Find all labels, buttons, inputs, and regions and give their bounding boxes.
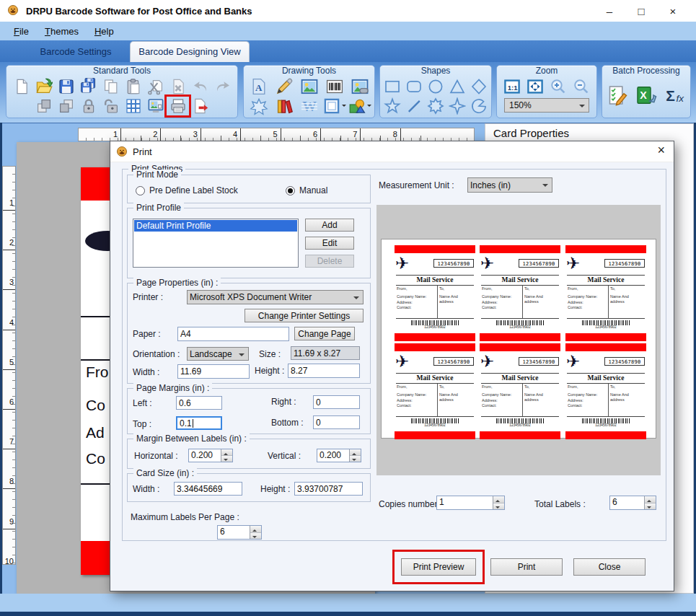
chevron-down-icon[interactable]: [367, 105, 371, 109]
spin-down-icon[interactable]: [250, 533, 261, 540]
spin-down-icon[interactable]: [645, 503, 656, 510]
rounded-rectangle-icon[interactable]: [403, 77, 425, 96]
paste-icon[interactable]: [122, 77, 144, 96]
watermark-icon[interactable]: W: [296, 97, 322, 115]
print-profile-list[interactable]: Default Print Profile: [133, 219, 299, 268]
page-setup-icon[interactable]: [144, 97, 167, 115]
margin-top-field[interactable]: 0.1: [176, 416, 222, 430]
spin-down-icon[interactable]: [221, 456, 232, 462]
exit-icon[interactable]: [189, 97, 211, 115]
save-all-icon[interactable]: [77, 77, 100, 96]
card-width-field[interactable]: 3.34645669: [174, 482, 242, 496]
books-icon[interactable]: [271, 97, 296, 115]
card-text-fragment: Co: [86, 397, 105, 414]
delete-icon[interactable]: [167, 77, 189, 96]
arc-icon[interactable]: [468, 97, 490, 115]
redo-icon[interactable]: [211, 77, 234, 96]
margin-left-field[interactable]: 0.6: [176, 396, 222, 410]
menu-file[interactable]: File: [6, 26, 37, 37]
measurement-unit-select[interactable]: Inches (in): [467, 177, 552, 193]
horizontal-spinner[interactable]: 0.200: [188, 449, 233, 462]
add-button[interactable]: Add: [305, 219, 354, 232]
max-labels-spinner[interactable]: 6: [217, 525, 262, 540]
one-to-one-icon[interactable]: 1:1: [501, 77, 524, 96]
print-preview-button[interactable]: Print Preview: [401, 558, 476, 576]
predefine-label-stock-radio[interactable]: [136, 186, 145, 195]
formula-icon[interactable]: Σfx: [661, 86, 690, 105]
margin-right-field[interactable]: 0: [313, 395, 360, 409]
spin-up-icon[interactable]: [221, 449, 232, 456]
pencil-icon[interactable]: [271, 77, 296, 96]
edit-button[interactable]: Edit: [305, 237, 354, 250]
diamond-icon[interactable]: [468, 77, 490, 96]
save-icon[interactable]: [55, 77, 77, 96]
margin-bottom-field[interactable]: 0: [313, 415, 360, 429]
menu-help[interactable]: Help: [87, 26, 122, 37]
spin-up-icon[interactable]: [250, 526, 261, 533]
tab-barcode-designing-view[interactable]: Barcode Designing View: [130, 41, 250, 62]
dialog-close-icon[interactable]: ×: [657, 143, 665, 158]
print-profile-item[interactable]: Default Print Profile: [134, 220, 297, 232]
custom-shape-icon[interactable]: [246, 97, 271, 115]
label-red-bar: [480, 343, 560, 351]
clipart-icon[interactable]: [347, 97, 372, 115]
star-icon[interactable]: [382, 97, 403, 115]
chevron-down-icon[interactable]: [342, 105, 346, 109]
max-labels-label: Maximum Labels Per Page :: [131, 512, 239, 522]
new-icon[interactable]: [10, 77, 32, 96]
copies-spinner[interactable]: 1: [436, 496, 505, 510]
open-icon[interactable]: [32, 77, 55, 96]
tab-barcode-settings[interactable]: Barcode Settings: [22, 42, 130, 61]
close-button[interactable]: ×: [657, 0, 689, 22]
maximize-button[interactable]: □: [625, 0, 657, 22]
paper-field[interactable]: A4: [177, 327, 289, 341]
mail-label: ✈1234567890Mail ServiceFrom,Company Name…: [395, 245, 475, 341]
change-page-button[interactable]: Change Page: [294, 327, 355, 340]
cut-icon[interactable]: [144, 77, 167, 96]
picture-icon[interactable]: [296, 77, 322, 96]
zoom-in-icon[interactable]: [547, 77, 570, 96]
minimize-button[interactable]: –: [594, 0, 625, 22]
spin-up-icon[interactable]: [493, 496, 504, 503]
print-icon[interactable]: [167, 97, 189, 115]
undo-icon[interactable]: [189, 77, 211, 96]
spin-down-icon[interactable]: [350, 456, 361, 462]
barcode-icon[interactable]: [322, 77, 347, 96]
ellipse-icon[interactable]: [425, 77, 446, 96]
lock-icon[interactable]: [77, 97, 100, 115]
line-icon[interactable]: [403, 97, 425, 115]
excel-import-icon[interactable]: X: [632, 86, 661, 105]
frame-icon[interactable]: [322, 97, 347, 115]
menu-themes[interactable]: Themes: [37, 26, 87, 37]
fit-page-icon[interactable]: [524, 77, 547, 96]
spin-up-icon[interactable]: [645, 496, 656, 503]
manual-radio[interactable]: [286, 186, 295, 195]
change-printer-settings-button[interactable]: Change Printer Settings: [245, 309, 364, 322]
vertical-spinner[interactable]: 0.200: [317, 449, 361, 462]
send-to-back-icon[interactable]: [55, 97, 77, 115]
text-icon[interactable]: A: [246, 77, 271, 96]
rectangle-icon[interactable]: [382, 77, 403, 96]
unlock-icon[interactable]: [100, 97, 122, 115]
seal-icon[interactable]: [425, 97, 446, 115]
total-labels-spinner[interactable]: 6: [609, 496, 656, 510]
printer-select[interactable]: Microsoft XPS Document Writer: [187, 290, 364, 304]
page-width-field[interactable]: 11.69: [177, 364, 250, 379]
card-height-field[interactable]: 3.93700787: [294, 482, 363, 496]
page-height-field[interactable]: 8.27: [288, 364, 360, 378]
four-point-star-icon[interactable]: [446, 97, 468, 115]
orientation-select[interactable]: Landscape: [187, 347, 249, 361]
data-list-icon[interactable]: [603, 86, 632, 105]
copy-icon[interactable]: [100, 77, 122, 96]
zoom-level-select[interactable]: 150%: [504, 98, 589, 113]
bring-to-front-icon[interactable]: [32, 97, 55, 115]
close-dialog-button[interactable]: Close: [573, 558, 646, 576]
triangle-icon[interactable]: [446, 77, 468, 96]
spin-up-icon[interactable]: [350, 449, 361, 456]
zoom-out-icon[interactable]: [570, 77, 593, 96]
spin-down-icon[interactable]: [493, 503, 504, 510]
image-icon[interactable]: [347, 77, 372, 96]
print-button[interactable]: Print: [490, 558, 563, 576]
group-title: Drawing Tools: [244, 66, 374, 76]
grid-icon[interactable]: [122, 97, 144, 115]
